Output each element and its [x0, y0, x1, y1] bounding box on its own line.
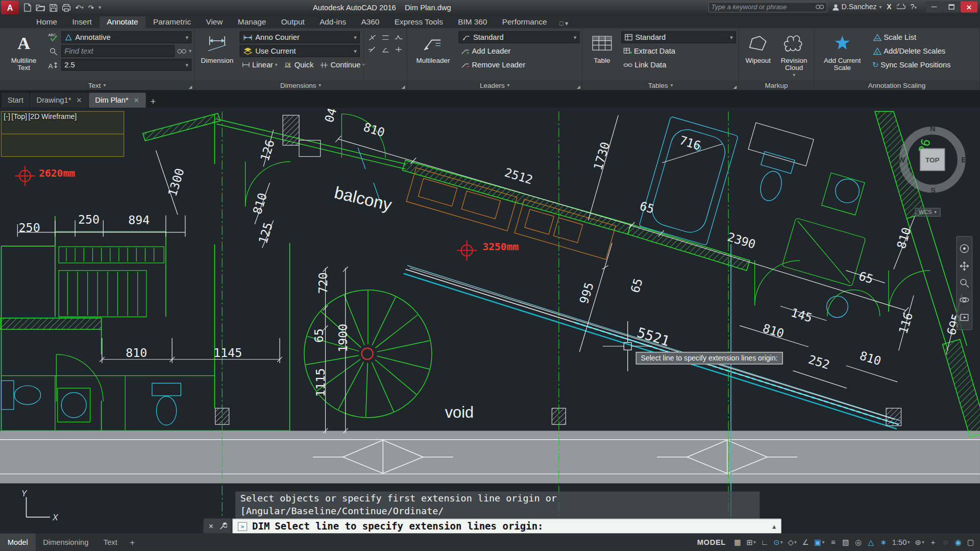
annotation-scale-button[interactable]: 1:50▾	[890, 536, 912, 548]
new-layout-button[interactable]: +	[125, 534, 140, 551]
compass-south[interactable]: S	[930, 186, 936, 195]
dimension-style-combo[interactable]: Anno Courier▾	[240, 31, 360, 43]
link-data-button[interactable]: Link Data	[621, 59, 668, 70]
autocad-logo-icon[interactable]: A	[1, 1, 18, 14]
command-history-toggle-icon[interactable]: ▲	[772, 523, 776, 530]
autoscale-icon[interactable]: ∗	[878, 536, 889, 548]
text-height-combo[interactable]: 2.5 ▾	[61, 59, 191, 70]
workspace-switching-icon[interactable]: ⊛▾	[913, 536, 926, 548]
dimension-layer-combo[interactable]: Use Current▾	[240, 45, 360, 57]
quick-dimension-button[interactable]: Quick	[282, 59, 315, 70]
close-tab-icon[interactable]: ✕	[133, 96, 139, 104]
search-input[interactable]	[712, 3, 816, 11]
door-arcs[interactable]	[56, 114, 930, 401]
spiral-staircase[interactable]	[304, 290, 432, 418]
extract-data-button[interactable]: Extract Data	[621, 45, 677, 57]
revision-cloud-button[interactable]: Revision Cloud ▾	[777, 30, 811, 80]
new-drawing-tab-button[interactable]: +	[146, 94, 160, 108]
isometric-drafting-icon[interactable]: ◇▾	[786, 536, 799, 548]
text-style-combo[interactable]: Annotative ▾	[61, 31, 191, 43]
section-band[interactable]	[0, 431, 980, 484]
dim-oblique-button[interactable]	[366, 44, 378, 55]
binoculars-icon[interactable]	[177, 47, 186, 54]
basin[interactable]	[827, 296, 848, 318]
redo-button[interactable]: ↷	[88, 3, 94, 12]
dim-text-angle-button[interactable]	[380, 44, 391, 55]
find-text-input[interactable]	[61, 45, 175, 57]
sync-scale-positions-button[interactable]: ↻ Sync Scale Positions	[870, 59, 952, 70]
command-input[interactable]: > DIM Select line to specify extension l…	[232, 518, 781, 533]
vanity[interactable]	[748, 123, 814, 166]
object-snap-tracking-icon[interactable]: ∠	[800, 536, 811, 548]
panel-title-text[interactable]: Text▾ ◢	[0, 80, 194, 90]
lineweight-icon[interactable]: ≡	[828, 536, 839, 548]
add-delete-scales-button[interactable]: + Add/Delete Scales	[870, 45, 947, 57]
tab-bim360[interactable]: BIM 360	[451, 16, 495, 28]
glazing-marks[interactable]	[358, 148, 380, 203]
panel-title-dimensions[interactable]: Dimensions▾ ◢	[194, 80, 407, 90]
panel-dialog-launcher-icon[interactable]: ◢	[402, 85, 405, 90]
orbit-icon[interactable]	[960, 295, 970, 305]
selection-cycling-icon[interactable]: ◎	[853, 536, 864, 548]
viewcube[interactable]: N W E S TOP	[899, 127, 966, 193]
tab-addins[interactable]: Add-ins	[312, 16, 353, 28]
add-leader-button[interactable]: + Add Leader	[459, 45, 513, 57]
viewport-visual-style-control[interactable]: [2D Wireframe]	[28, 113, 77, 121]
pan-icon[interactable]	[960, 261, 970, 271]
dimension-lines[interactable]	[17, 115, 962, 434]
search-binoculars-icon[interactable]	[815, 4, 824, 10]
tab-express-tools[interactable]: Express Tools	[387, 16, 451, 28]
cad-canvas[interactable]	[0, 108, 980, 534]
viewport-minimize-control[interactable]: [-]	[4, 113, 10, 121]
signin-user[interactable]: D.Sanchez ▾	[832, 3, 881, 11]
dim-jog-line-button[interactable]	[393, 33, 404, 43]
plot-icon[interactable]	[62, 4, 70, 12]
panel-title-annotation-scaling[interactable]: Annotation Scaling	[814, 80, 979, 90]
object-snap-icon[interactable]: ▣▾	[813, 536, 826, 548]
full-navigation-wheel-icon[interactable]	[960, 244, 970, 254]
tab-insert[interactable]: Insert	[65, 16, 100, 28]
graphics-performance-icon[interactable]: ◉	[952, 536, 964, 548]
model-space-indicator[interactable]: MODEL	[692, 538, 731, 546]
file-tab-start[interactable]: Start	[1, 92, 30, 107]
dimension-button[interactable]: Dimension	[199, 30, 236, 80]
panel-dialog-launcher-icon[interactable]: ◢	[189, 85, 192, 90]
wardrobe[interactable]	[59, 247, 164, 317]
close-tab-icon[interactable]: ✕	[76, 96, 82, 104]
tab-manage[interactable]: Manage	[230, 16, 274, 28]
a360-icon[interactable]	[896, 4, 905, 10]
dim-space-button[interactable]	[380, 33, 391, 43]
panel-dialog-launcher-icon[interactable]: ◢	[577, 85, 580, 90]
grid-display-icon[interactable]: ▦	[732, 536, 743, 548]
tab-view[interactable]: View	[199, 16, 230, 28]
top-wall-stubs[interactable]	[283, 115, 321, 157]
tab-output[interactable]: Output	[274, 16, 312, 28]
walls[interactable]	[0, 111, 980, 437]
wcs-selector[interactable]: WCS▾	[915, 208, 940, 217]
columns[interactable]	[215, 408, 901, 425]
exchange-apps-icon[interactable]: X	[887, 3, 891, 11]
dim-break-button[interactable]	[366, 33, 378, 43]
file-tab-dim-plan[interactable]: Dim Plan*✕	[89, 92, 145, 107]
drawing-area[interactable]: 8102512173071613001268101250425025089465…	[0, 108, 980, 534]
scale-list-button[interactable]: Scale List	[870, 31, 918, 43]
maximize-button[interactable]	[943, 1, 960, 12]
sink[interactable]	[822, 173, 865, 215]
tab-parametric[interactable]: Parametric	[145, 16, 199, 28]
qat-menu-icon[interactable]: ▾	[99, 5, 102, 11]
file-tab-drawing1[interactable]: Drawing1*✕	[30, 92, 88, 107]
annotation-visibility-icon[interactable]: △	[865, 536, 876, 548]
panel-title-tables[interactable]: Tables▾ ◢	[582, 80, 738, 90]
clean-screen-icon[interactable]: ▢	[965, 536, 976, 548]
layout-tab-dimensioning[interactable]: Dimensioning	[36, 534, 96, 551]
multileader-style-combo[interactable]: Standard▾	[459, 31, 580, 43]
remove-leader-button[interactable]: − Remove Leader	[459, 59, 527, 70]
balustrade[interactable]	[404, 266, 900, 429]
find-options-icon[interactable]: ▾	[189, 48, 191, 54]
transparency-icon[interactable]: ▨	[840, 536, 851, 548]
close-button[interactable]: ×	[961, 1, 977, 12]
ribbon-display-toggle[interactable]: □ ▾	[559, 20, 568, 27]
showmotion-icon[interactable]	[960, 312, 970, 322]
minimize-button[interactable]: ─	[925, 1, 942, 12]
viewport-view-control[interactable]: [Top]	[11, 113, 27, 121]
